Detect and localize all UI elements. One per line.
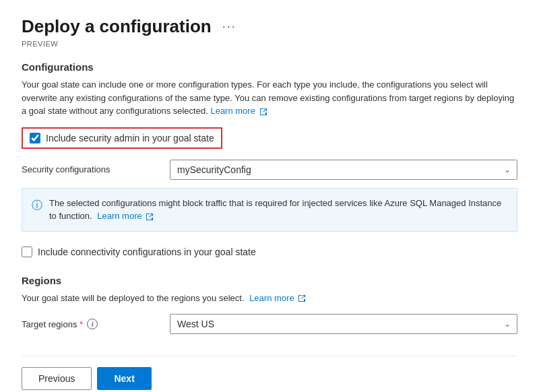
regions-external-link-icon <box>298 294 306 302</box>
connectivity-checkbox-label[interactable]: Include connectivity configurations in y… <box>38 247 256 257</box>
security-info-box: ⓘ The selected configurations might bloc… <box>22 188 517 232</box>
security-admin-checkbox-label[interactable]: Include security admin in your goal stat… <box>46 133 214 143</box>
security-admin-checkbox[interactable] <box>30 133 40 143</box>
target-regions-label-group: Target regions * i <box>22 319 170 329</box>
configurations-learn-more-link[interactable]: Learn more <box>210 106 267 116</box>
configurations-section-title: Configurations <box>22 61 517 73</box>
security-admin-checkbox-row: Include security admin in your goal stat… <box>22 127 222 149</box>
preview-badge: PREVIEW <box>22 40 517 48</box>
security-configurations-dropdown-wrapper: mySecurityConfig ⌄ <box>170 160 517 180</box>
target-regions-label: Target regions * <box>22 319 83 329</box>
configurations-description: Your goal state can include one or more … <box>22 78 517 118</box>
ellipsis-menu-button[interactable]: ··· <box>218 18 241 35</box>
info-circle-icon: ⓘ <box>32 197 42 214</box>
regions-section-title: Regions <box>22 275 517 286</box>
security-configurations-label: Security configurations <box>22 164 170 174</box>
connectivity-checkbox[interactable] <box>22 247 32 257</box>
info-learn-more-link[interactable]: Learn more <box>97 211 154 221</box>
target-regions-row: Target regions * i West US East US West … <box>22 314 517 334</box>
regions-learn-more-link[interactable]: Learn more <box>249 293 306 303</box>
security-configurations-row: Security configurations mySecurityConfig… <box>22 160 517 180</box>
security-configurations-dropdown[interactable]: mySecurityConfig <box>170 160 517 180</box>
regions-description: Your goal state will be deployed to the … <box>22 292 517 305</box>
target-regions-info-icon[interactable]: i <box>87 319 98 329</box>
bottom-navigation: Previous Next <box>22 356 517 390</box>
target-regions-dropdown[interactable]: West US East US West Europe East Asia <box>170 314 517 334</box>
target-regions-dropdown-wrapper: West US East US West Europe East Asia ⌄ <box>170 314 517 334</box>
connectivity-checkbox-row: Include connectivity configurations in y… <box>22 242 517 261</box>
external-link-icon <box>259 108 267 116</box>
next-button[interactable]: Next <box>97 367 151 390</box>
info-external-link-icon <box>146 213 154 221</box>
previous-button[interactable]: Previous <box>22 367 92 390</box>
page-title: Deploy a configuration <box>22 16 212 37</box>
info-box-text: The selected configurations might block … <box>49 197 507 223</box>
